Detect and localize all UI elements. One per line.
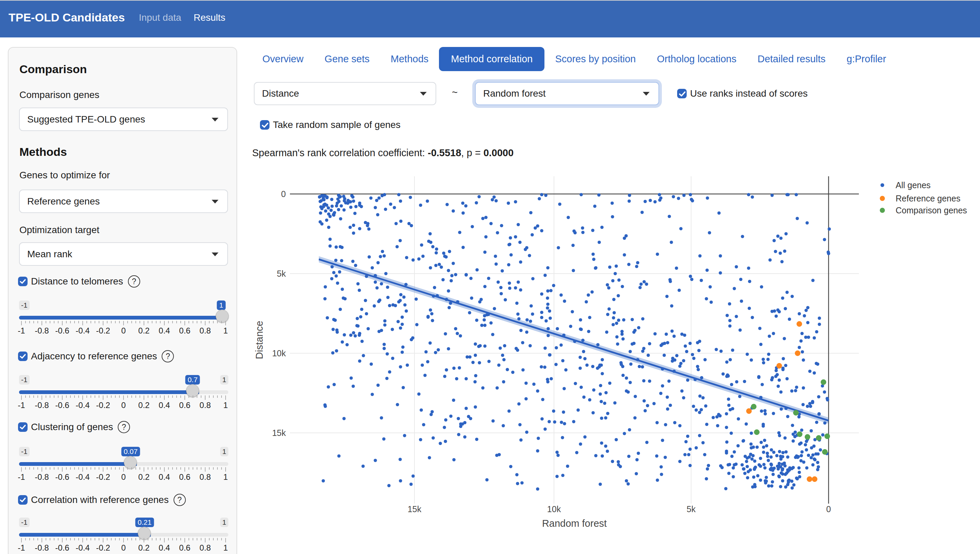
svg-text:Reference genes: Reference genes	[896, 194, 960, 203]
svg-text:5k: 5k	[277, 269, 286, 279]
svg-text:10k: 10k	[272, 349, 286, 358]
svg-text:15k: 15k	[408, 504, 422, 514]
svg-text:Distance: Distance	[254, 321, 265, 359]
svg-text:All genes: All genes	[896, 180, 931, 190]
svg-text:10k: 10k	[547, 504, 561, 514]
svg-text:0: 0	[281, 189, 286, 199]
svg-text:Random forest: Random forest	[542, 518, 607, 529]
svg-text:5k: 5k	[687, 504, 696, 514]
svg-text:Comparison genes: Comparison genes	[896, 205, 967, 215]
svg-text:0: 0	[826, 504, 831, 514]
svg-text:15k: 15k	[272, 428, 286, 438]
